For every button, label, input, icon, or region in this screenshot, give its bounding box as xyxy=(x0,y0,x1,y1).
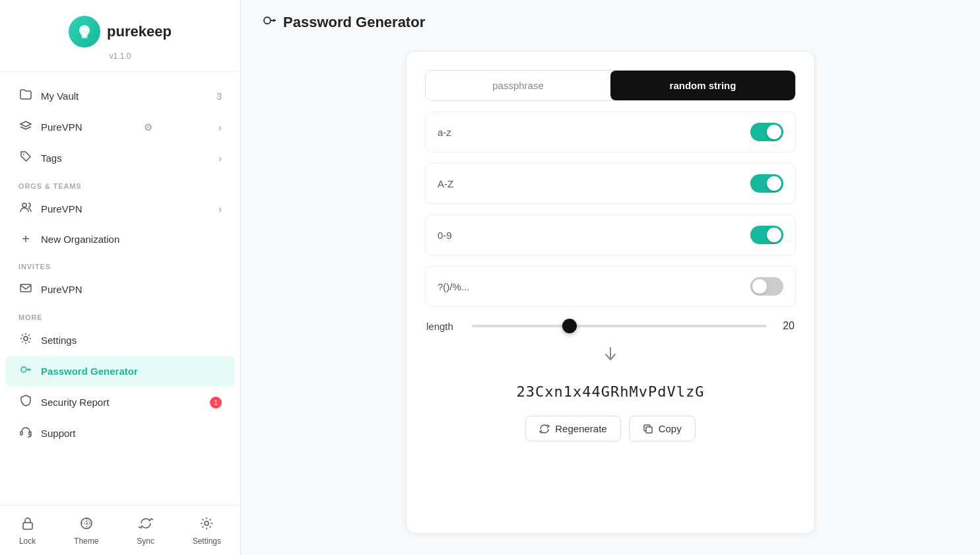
chevron-right-icon: › xyxy=(218,153,222,164)
sync-button[interactable]: Sync xyxy=(129,512,162,550)
toggle-special-thumb xyxy=(752,279,767,294)
tab-row: passphrase random string xyxy=(425,70,796,101)
sidebar-item-my-vault[interactable]: My Vault 3 xyxy=(5,81,235,111)
lock-button[interactable]: Lock xyxy=(11,512,44,550)
tag-icon xyxy=(18,150,33,166)
svg-rect-6 xyxy=(20,432,22,435)
option-AZ-label: A-Z xyxy=(438,178,453,189)
theme-label: Theme xyxy=(74,537,98,546)
sidebar-item-purevpn-collections[interactable]: PureVPN ⚙ › xyxy=(5,112,235,142)
svg-point-5 xyxy=(21,367,26,372)
slider-label: length xyxy=(426,321,463,332)
sidebar-item-label: PureVPN xyxy=(41,121,82,133)
security-badge: 1 xyxy=(210,397,222,408)
option-num: 0-9 xyxy=(425,214,796,255)
option-num-label: 0-9 xyxy=(438,230,452,241)
key-icon xyxy=(18,363,33,379)
vault-count: 3 xyxy=(216,91,222,102)
toggle-num[interactable] xyxy=(750,226,783,244)
sidebar-item-label: Tags xyxy=(41,152,62,164)
plus-icon: + xyxy=(18,232,33,247)
regenerate-button[interactable]: Regenerate xyxy=(525,416,620,441)
sidebar-item-purevpn-org[interactable]: PureVPN › xyxy=(5,194,235,224)
sidebar-item-support[interactable]: Support xyxy=(5,418,235,448)
sidebar-item-settings[interactable]: Settings xyxy=(5,325,235,355)
people-icon xyxy=(18,201,33,217)
layers-icon xyxy=(18,119,33,135)
main-header: Password Generator xyxy=(241,0,980,44)
sidebar-item-password-generator[interactable]: Password Generator xyxy=(5,356,235,386)
folder-icon xyxy=(18,88,33,104)
toggle-az-thumb xyxy=(767,125,781,139)
lock-label: Lock xyxy=(19,537,36,546)
option-special-label: ?()/%... xyxy=(438,281,469,292)
lock-icon xyxy=(20,516,35,534)
generated-password: 23Cxn1x44GRhMvPdVlzG xyxy=(425,378,796,405)
sidebar-item-label: Support xyxy=(41,428,76,439)
section-orgs-label: ORGS & TEAMS xyxy=(0,174,240,193)
logo-wrap: purekeep xyxy=(69,16,172,48)
sidebar-item-label: New Organization xyxy=(41,234,119,245)
sync-label: Sync xyxy=(137,537,154,546)
chevron-right-icon: › xyxy=(218,122,222,133)
sidebar-item-tags[interactable]: Tags › xyxy=(5,143,235,173)
action-row: Regenerate Copy xyxy=(425,416,796,441)
regenerate-icon xyxy=(539,424,550,434)
sidebar-bottom-bar: Lock Theme Sync Settings xyxy=(0,505,240,555)
toggle-az[interactable] xyxy=(750,123,783,141)
sidebar-item-label: Settings xyxy=(41,335,77,346)
theme-icon xyxy=(79,516,94,534)
main-body: passphrase random string a-z A-Z xyxy=(241,44,980,555)
svg-point-1 xyxy=(23,154,24,155)
toggle-AZ[interactable] xyxy=(750,174,783,193)
app-name: purekeep xyxy=(107,23,172,40)
sync-icon xyxy=(139,516,153,534)
sidebar-item-label: Password Generator xyxy=(41,366,138,377)
svg-point-4 xyxy=(24,337,28,341)
svg-rect-0 xyxy=(82,34,87,38)
option-az-label: a-z xyxy=(438,127,451,138)
copy-label: Copy xyxy=(659,423,682,434)
option-az: a-z xyxy=(425,112,796,152)
toggle-num-thumb xyxy=(767,228,781,242)
settings-bottom-button[interactable]: Settings xyxy=(185,512,229,550)
sidebar-item-new-org[interactable]: + New Organization xyxy=(5,225,235,253)
slider-thumb[interactable] xyxy=(562,319,577,333)
arrow-row xyxy=(425,345,796,368)
svg-rect-8 xyxy=(23,523,32,529)
theme-button[interactable]: Theme xyxy=(66,512,106,550)
slider-fill xyxy=(472,325,575,327)
generator-card: passphrase random string a-z A-Z xyxy=(406,51,815,534)
regenerate-label: Regenerate xyxy=(555,423,606,434)
svg-rect-7 xyxy=(29,432,31,435)
option-special: ?()/%... xyxy=(425,266,796,307)
envelope-icon xyxy=(18,281,33,298)
sidebar-item-security-report[interactable]: Security Report 1 xyxy=(5,387,235,417)
slider-value: 20 xyxy=(776,320,795,332)
sidebar: purekeep v1.1.0 My Vault 3 PureVPN ⚙ › T xyxy=(0,0,241,555)
headset-icon xyxy=(18,425,33,441)
svg-rect-3 xyxy=(20,284,31,292)
section-invites-label: INVITES xyxy=(0,255,240,273)
sidebar-item-label: My Vault xyxy=(41,90,79,102)
svg-point-2 xyxy=(22,203,26,207)
chevron-right-icon: › xyxy=(218,204,222,214)
tab-random-string[interactable]: random string xyxy=(610,71,795,100)
slider-row: length 20 xyxy=(425,317,796,335)
copy-button[interactable]: Copy xyxy=(629,416,696,441)
header-key-icon xyxy=(262,13,277,31)
tab-passphrase[interactable]: passphrase xyxy=(426,71,610,100)
length-slider[interactable] xyxy=(472,325,767,327)
down-arrow-icon xyxy=(601,345,620,368)
svg-rect-12 xyxy=(646,427,652,433)
toggle-AZ-thumb xyxy=(767,176,781,191)
shield-icon xyxy=(18,394,33,410)
svg-point-11 xyxy=(264,17,271,24)
option-AZ: A-Z xyxy=(425,163,796,204)
main-content: Password Generator passphrase random str… xyxy=(241,0,980,555)
toggle-special[interactable] xyxy=(750,277,783,296)
sidebar-item-purevpn-invite[interactable]: PureVPN xyxy=(5,275,235,304)
svg-point-10 xyxy=(205,521,209,525)
gear-icon[interactable]: ⚙ xyxy=(144,121,152,133)
app-logo-icon xyxy=(69,16,100,48)
